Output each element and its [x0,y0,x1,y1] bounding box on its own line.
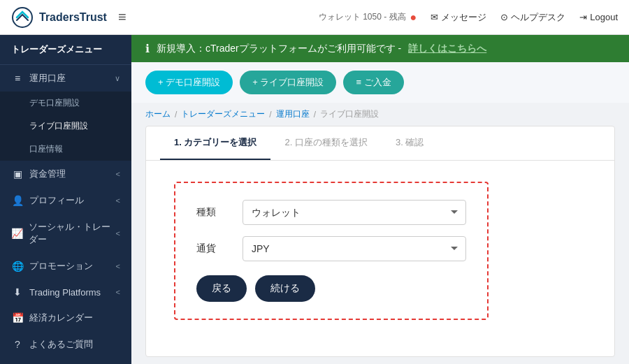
breadcrumb-sep3: / [314,110,316,119]
sidebar: トレーダーズメニュー ≡ 運用口座 ∨ デモ口座開設 ライブ口座開設 口座情報 … [0,35,131,364]
helpdesk-icon: ⊙ [500,12,508,22]
chevron-left-icon4: < [116,262,120,270]
banner-link[interactable]: 詳しくはこちらへ [408,43,486,55]
logo: TradersTrust [11,6,107,29]
sidebar-item-accounts[interactable]: ≡ 運用口座 ∨ [0,65,131,92]
helpdesk-label: ヘルプデスク [511,11,565,24]
form-dashed-box: 種類 ウォレット MT4 MT5 cTrader 通貨 JPY [174,182,489,320]
profile-icon: 👤 [11,195,24,206]
logo-text: TradersTrust [39,11,107,24]
type-select[interactable]: ウォレット MT4 MT5 cTrader [243,200,466,225]
step-2[interactable]: 2. 口座の種類を選択 [270,126,381,160]
sidebar-item-demo-open[interactable]: デモ口座開設 [0,92,131,115]
type-label: 種類 [196,206,231,219]
user-area: ウォレット 1050 - 残高 ● [319,11,417,24]
top-navigation: TradersTrust ≡ ウォレット 1050 - 残高 ● ✉ メッセージ… [0,0,629,35]
funds-icon: ▣ [11,168,24,180]
live-account-button[interactable]: + ライブ口座開設 [240,71,336,94]
currency-label: 通貨 [196,242,231,255]
breadcrumb-current: ライブ口座開設 [320,108,379,120]
form-area: 種類 ウォレット MT4 MT5 cTrader 通貨 JPY [146,161,614,341]
demo-account-button[interactable]: + デモ口座開設 [145,71,233,94]
chevron-left-icon3: < [116,229,120,238]
hamburger-icon[interactable]: ≡ [118,9,126,25]
faq-icon: ? [11,339,24,350]
form-buttons: 戻る 続ける [196,275,466,302]
sidebar-label-calendar: 経済カレンダー [29,312,93,324]
sidebar-item-faq[interactable]: ? よくあるご質問 [0,331,131,358]
breadcrumb-sep1: / [175,110,177,119]
sidebar-label-accounts: 運用口座 [29,72,66,85]
sidebar-label-platforms: Trading Platforms [29,287,101,298]
currency-select[interactable]: JPY USD EUR GBP [243,236,466,261]
breadcrumb-home[interactable]: ホーム [145,108,171,120]
banner-text: 新規導入：cTraderプラットフォームがご利用可能です - [157,43,401,55]
main-content: ℹ 新規導入：cTraderプラットフォームがご利用可能です - 詳しくはこちら… [131,35,629,364]
type-row: 種類 ウォレット MT4 MT5 cTrader [196,200,466,225]
step-2-label: 2. 口座の種類を選択 [284,137,367,147]
user-text: ウォレット 1050 - 残高 [319,11,406,23]
accounts-icon: ≡ [11,73,24,84]
banner-info-icon: ℹ [145,42,150,55]
sidebar-sub-accounts: デモ口座開設 ライブ口座開設 口座情報 [0,92,131,161]
step-3[interactable]: 3. 確認 [382,126,438,160]
breadcrumb: ホーム / トレーダーズメニュー / 運用口座 / ライブ口座開設 [131,103,629,126]
calendar-icon: 📅 [11,312,24,323]
currency-row: 通貨 JPY USD EUR GBP [196,236,466,261]
sidebar-label-funds: 資金管理 [29,168,66,180]
promo-icon: 🌐 [11,261,24,272]
sidebar-label-profile: プロフィール [29,194,84,207]
sidebar-item-account-info[interactable]: 口座情報 [0,138,131,161]
platforms-icon: ⬇ [11,286,24,298]
sidebar-item-calendar[interactable]: 📅 経済カレンダー [0,305,131,331]
continue-button[interactable]: 続ける [255,275,315,302]
sidebar-label-faq: よくあるご質問 [29,338,93,351]
chevron-left-icon2: < [116,196,120,205]
message-label: メッセージ [441,11,486,24]
status-dot: ● [410,11,417,24]
svg-point-0 [13,8,32,27]
sidebar-item-promo[interactable]: 🌐 プロモーション < [0,253,131,279]
sidebar-item-platforms[interactable]: ⬇ Trading Platforms < [0,279,131,305]
sidebar-label-promo: プロモーション [29,260,93,272]
steps-bar: 1. カテゴリーを選択 2. 口座の種類を選択 3. 確認 [146,126,614,161]
sidebar-item-social[interactable]: 📈 ソーシャル・トレーダー < [0,214,131,253]
message-icon: ✉ [431,12,438,22]
sidebar-item-live-open[interactable]: ライブ口座開設 [0,115,131,138]
step-1[interactable]: 1. カテゴリーを選択 [160,126,270,160]
sidebar-item-funds[interactable]: ▣ 資金管理 < [0,161,131,187]
chevron-left-icon5: < [116,288,120,296]
sidebar-label-social: ソーシャル・トレーダー [29,221,116,246]
back-button[interactable]: 戻る [196,275,247,302]
action-bar: + デモ口座開設 + ライブ口座開設 ≡ ご入金 [131,62,629,103]
main-card: 1. カテゴリーを選択 2. 口座の種類を選択 3. 確認 種類 ウォレット [145,126,615,357]
step-3-label: 3. 確認 [396,137,424,147]
chevron-down-icon: ∨ [115,74,120,83]
breadcrumb-accounts[interactable]: 運用口座 [276,108,310,120]
helpdesk-link[interactable]: ⊙ ヘルプデスク [500,11,565,24]
sidebar-item-profile[interactable]: 👤 プロフィール < [0,187,131,214]
breadcrumb-sep2: / [269,110,271,119]
deposit-button[interactable]: ≡ ご入金 [343,71,403,94]
banner: ℹ 新規導入：cTraderプラットフォームがご利用可能です - 詳しくはこちら… [131,35,629,62]
partner-section-label: パートナーメニュー [0,358,131,364]
logout-icon: ⇥ [579,12,587,22]
logout-link[interactable]: ⇥ Logout [579,12,618,22]
social-icon: 📈 [11,228,23,239]
chevron-left-icon: < [116,170,120,178]
message-link[interactable]: ✉ メッセージ [431,11,486,24]
logout-label: Logout [590,12,618,22]
step-1-label: 1. カテゴリーを選択 [174,137,256,147]
sidebar-header: トレーダーズメニュー [0,35,131,65]
breadcrumb-menu[interactable]: トレーダーズメニュー [181,108,265,120]
